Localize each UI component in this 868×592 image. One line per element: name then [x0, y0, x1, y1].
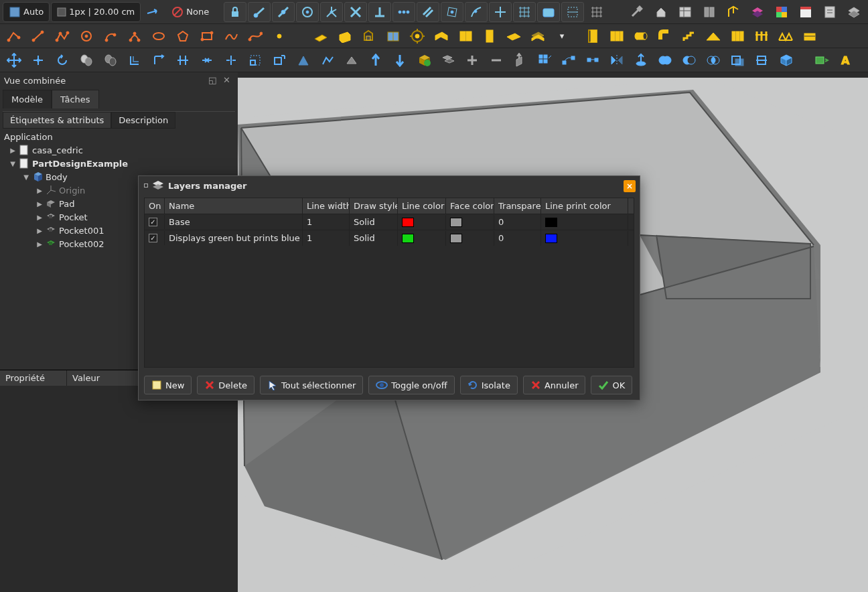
bspline-tool-icon[interactable] — [220, 26, 242, 46]
ortho-snap-icon[interactable] — [489, 2, 512, 22]
close-icon[interactable]: × — [624, 180, 636, 192]
roof2-tool-icon[interactable] — [702, 26, 725, 46]
polygon-tool-icon[interactable] — [171, 26, 194, 46]
toggle-button[interactable]: Toggle on/off — [368, 376, 454, 394]
curtainwall-tool-icon[interactable] — [605, 26, 628, 46]
polyline-tool-icon[interactable] — [51, 26, 74, 46]
clone-tool-icon[interactable] — [75, 50, 98, 70]
multi-tool-icon[interactable]: ▾ — [551, 26, 573, 46]
col-name[interactable]: Name — [165, 198, 303, 214]
bim-windows-icon[interactable] — [698, 2, 721, 22]
arrow-icon[interactable] — [142, 2, 165, 22]
materials-icon[interactable] — [770, 2, 793, 22]
row-linewidth[interactable]: 1 — [303, 230, 350, 246]
join-tool-icon[interactable] — [196, 50, 218, 70]
col-on[interactable]: On — [145, 198, 165, 214]
frame-tool-icon[interactable] — [478, 26, 501, 46]
row-name[interactable]: Base — [165, 214, 303, 230]
midpoint-snap-icon[interactable] — [272, 2, 295, 22]
truss-tool-icon[interactable] — [774, 26, 797, 46]
rotate-tool-icon[interactable] — [51, 50, 74, 70]
special-snap-icon[interactable] — [441, 2, 463, 22]
offset2d-tool-icon[interactable] — [147, 50, 170, 70]
window-tool-icon[interactable] — [382, 26, 405, 46]
door-tool-icon[interactable] — [581, 26, 604, 46]
tab-model[interactable]: Modèle — [3, 90, 52, 108]
col-linewidth[interactable]: Line width — [303, 198, 350, 214]
facecolor-swatch[interactable] — [450, 218, 462, 227]
intersection-tool-icon[interactable] — [702, 50, 725, 70]
line-width-spec[interactable]: 1px | 20.00 cm — [51, 2, 141, 22]
detach-icon[interactable]: ◱ — [208, 75, 219, 86]
tree-doc-partdesign[interactable]: ▼ PartDesignExample — [4, 157, 238, 170]
minus-icon[interactable] — [485, 50, 508, 70]
patharray-tool-icon[interactable] — [557, 50, 580, 70]
isolate-button[interactable]: Isolate — [460, 376, 518, 394]
ifc-explorer-icon[interactable] — [722, 2, 745, 22]
line-tool-icon[interactable] — [3, 26, 25, 46]
linecolor-swatch[interactable] — [402, 234, 414, 243]
scale-tool-icon[interactable] — [244, 50, 267, 70]
move-tool-icon[interactable] — [3, 50, 25, 70]
offset-tool-icon[interactable] — [123, 50, 146, 70]
linecolor-swatch[interactable] — [402, 218, 414, 227]
lock-icon[interactable] — [224, 2, 246, 22]
row-drawstyle[interactable]: Solid — [350, 214, 398, 230]
parallel-snap-icon[interactable] — [417, 2, 439, 22]
new-button[interactable]: New — [144, 376, 192, 394]
tree-application[interactable]: Application — [4, 130, 238, 143]
roof-tool-icon[interactable] — [430, 26, 453, 46]
structure-tool-icon[interactable] — [334, 26, 356, 46]
mirror-tool-icon[interactable] — [605, 50, 628, 70]
selectall-button[interactable]: Tout sélectionner — [260, 376, 363, 394]
table-row[interactable]: ✓ Displays green but prints blue 1 Solid… — [145, 230, 634, 246]
rebar-tool-icon[interactable] — [358, 26, 380, 46]
library-tool-icon[interactable] — [726, 26, 749, 46]
col-linecolor[interactable]: Line color — [398, 198, 446, 214]
more-icon[interactable] — [843, 2, 865, 22]
text-tool-icon[interactable]: A — [835, 50, 857, 70]
bezcurve-tool-icon[interactable] — [244, 26, 267, 46]
difference-tool-icon[interactable] — [678, 50, 701, 70]
upgrade-arrow-icon[interactable] — [364, 50, 387, 70]
subtab-labels[interactable]: Étiquettes & attributs — [3, 112, 111, 129]
col-facecolor[interactable]: Face color — [446, 198, 494, 214]
stairs-tool-icon[interactable] — [678, 26, 701, 46]
space-tool-icon[interactable] — [526, 26, 549, 46]
auto-mode-button[interactable]: Auto — [3, 2, 50, 22]
row-name[interactable]: Displays green but prints blue — [165, 230, 303, 246]
col-lineprintcolor[interactable]: Line print color — [541, 198, 628, 214]
workingplane-snap-icon[interactable] — [537, 2, 560, 22]
upgrade-tool-icon[interactable] — [316, 50, 339, 70]
equipment-tool-icon[interactable] — [798, 26, 821, 46]
row-transparency[interactable]: 0 — [494, 230, 541, 246]
trimex-tool-icon[interactable] — [171, 50, 194, 70]
center-snap-icon[interactable] — [296, 2, 319, 22]
row-drawstyle[interactable]: Solid — [350, 230, 398, 246]
preflight-icon[interactable] — [818, 2, 841, 22]
table-row[interactable]: ✓ Base 1 Solid 0 — [145, 214, 634, 230]
close-panel-icon[interactable]: ✕ — [223, 75, 234, 86]
row-transparency[interactable]: 0 — [494, 214, 541, 230]
floor-tool-icon[interactable] — [502, 26, 525, 46]
row-checkbox[interactable]: ✓ — [149, 234, 157, 242]
pointarray-tool-icon[interactable] — [581, 50, 604, 70]
dimensions-snap-icon[interactable] — [561, 2, 584, 22]
bim-views-icon[interactable] — [674, 2, 697, 22]
endpoint-snap-icon[interactable] — [248, 2, 271, 22]
pipeconnector-tool-icon[interactable] — [654, 26, 676, 46]
near-snap-icon[interactable] — [465, 2, 488, 22]
circle-tool-icon[interactable] — [75, 26, 98, 46]
stretch-tool-icon[interactable] — [268, 50, 291, 70]
copy3d-tool-icon[interactable] — [437, 50, 459, 70]
none-button[interactable]: None — [166, 2, 214, 22]
cut-tool-icon[interactable] — [750, 50, 773, 70]
split-tool-icon[interactable] — [220, 50, 242, 70]
cancel-button[interactable]: Annuler — [523, 376, 586, 394]
printcolor-swatch[interactable] — [545, 218, 557, 227]
union-tool-icon[interactable] — [654, 50, 676, 70]
subtab-description[interactable]: Description — [111, 112, 175, 129]
clone2-tool-icon[interactable] — [99, 50, 122, 70]
section-tool-icon[interactable] — [726, 50, 749, 70]
copy-tool-icon[interactable] — [27, 50, 50, 70]
